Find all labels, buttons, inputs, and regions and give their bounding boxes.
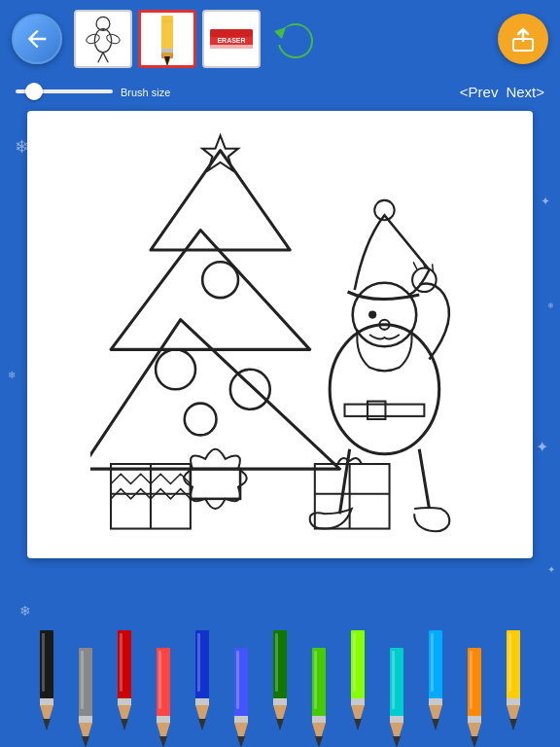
eraser-icon: ERASER [206, 21, 257, 56]
svg-rect-61 [157, 716, 170, 723]
pencil-gray[interactable] [66, 625, 105, 747]
svg-marker-103 [471, 736, 478, 747]
pencil-svg [299, 625, 338, 747]
prev-button[interactable]: <Prev [460, 84, 499, 100]
drawing-canvas[interactable] [27, 111, 533, 558]
nav-controls: <Prev Next> [460, 84, 544, 100]
brush-size-label: Brush size [121, 87, 170, 98]
pencil-black[interactable] [27, 625, 66, 747]
svg-rect-42 [315, 464, 390, 529]
pencil-green[interactable] [299, 625, 338, 747]
svg-point-26 [230, 370, 270, 409]
brush-thumb [25, 83, 43, 100]
pencil-yellow[interactable] [494, 625, 533, 747]
pencil-svg [105, 625, 144, 747]
pencil-icon [153, 12, 182, 66]
svg-rect-59 [120, 633, 122, 692]
pencil-orange[interactable] [455, 625, 494, 747]
svg-point-24 [202, 262, 238, 298]
snowflake: ✦ [547, 564, 555, 575]
undo-icon [272, 16, 319, 62]
svg-marker-58 [121, 719, 128, 730]
svg-rect-101 [468, 716, 481, 723]
controls-row: Brush size <Prev Next> [0, 78, 560, 105]
svg-marker-73 [237, 736, 245, 747]
pencil-blue[interactable] [183, 625, 222, 747]
image-thumbnail [78, 14, 128, 64]
svg-rect-56 [118, 698, 131, 705]
svg-marker-20 [111, 231, 310, 350]
pencil-svg [261, 625, 299, 747]
snowflake: ✦ [541, 195, 550, 208]
svg-point-27 [185, 404, 217, 436]
svg-point-28 [330, 325, 439, 454]
svg-line-3 [103, 53, 108, 62]
svg-rect-54 [81, 651, 84, 709]
pencil-dark-green[interactable] [261, 625, 299, 747]
svg-text:ERASER: ERASER [217, 37, 245, 44]
pencil-svg [338, 625, 377, 747]
pencil-red[interactable] [105, 625, 144, 747]
svg-marker-83 [315, 736, 323, 747]
svg-marker-98 [432, 719, 439, 730]
pencil-svg [494, 625, 533, 747]
undo-button[interactable] [266, 10, 325, 68]
pencil-light-red[interactable] [144, 625, 183, 747]
svg-rect-51 [79, 716, 92, 723]
tool-icons: ERASER [74, 10, 325, 68]
svg-rect-74 [236, 651, 239, 709]
svg-rect-94 [392, 651, 395, 709]
share-button[interactable] [498, 14, 548, 64]
eraser-tool-button[interactable]: ERASER [202, 10, 261, 68]
svg-marker-19 [151, 151, 290, 250]
pencil-svg [416, 625, 455, 747]
pencil-yellow-green[interactable] [338, 625, 377, 747]
pencil-svg [144, 625, 183, 747]
pencil-svg [222, 625, 261, 747]
svg-line-38 [433, 264, 434, 271]
svg-rect-79 [275, 633, 278, 692]
image-tool-button[interactable] [74, 10, 132, 68]
svg-rect-49 [42, 633, 45, 692]
pencil-cyan[interactable] [377, 625, 416, 747]
pencil-svg [455, 625, 494, 747]
pencil-svg [183, 625, 222, 747]
svg-rect-91 [390, 716, 403, 723]
svg-marker-78 [276, 719, 284, 730]
svg-point-5 [86, 33, 101, 46]
svg-rect-16 [210, 45, 253, 49]
snowflake: ❄ [8, 370, 16, 380]
svg-rect-69 [197, 633, 200, 692]
svg-rect-86 [351, 698, 365, 705]
svg-rect-81 [312, 716, 326, 723]
svg-rect-46 [40, 698, 53, 705]
svg-marker-63 [159, 736, 167, 747]
pencil-sky-blue[interactable] [416, 625, 455, 747]
next-button[interactable]: Next> [506, 84, 544, 100]
pencil-svg [27, 625, 66, 747]
svg-rect-109 [508, 633, 511, 692]
svg-marker-48 [43, 719, 51, 730]
snowflake: ❄ [19, 603, 31, 619]
brush-size-slider[interactable] [16, 89, 113, 93]
svg-rect-14 [210, 29, 253, 37]
svg-point-33 [368, 310, 376, 318]
svg-rect-96 [429, 698, 442, 705]
svg-marker-53 [82, 736, 89, 747]
pencil-light-blue[interactable] [222, 625, 261, 747]
svg-point-1 [94, 29, 111, 53]
svg-rect-104 [470, 651, 472, 709]
svg-marker-93 [393, 736, 401, 747]
pencil-svg [66, 625, 105, 747]
snowflake: ✦ [536, 438, 548, 456]
svg-marker-88 [354, 719, 362, 730]
svg-point-6 [105, 33, 121, 46]
toolbar: ERASER [0, 0, 560, 78]
pencil-tool-button[interactable] [138, 10, 196, 68]
svg-rect-66 [195, 698, 209, 705]
back-button[interactable] [12, 14, 62, 64]
svg-point-25 [156, 349, 195, 389]
svg-marker-68 [198, 719, 206, 730]
svg-rect-99 [431, 633, 434, 692]
svg-line-36 [413, 262, 417, 269]
